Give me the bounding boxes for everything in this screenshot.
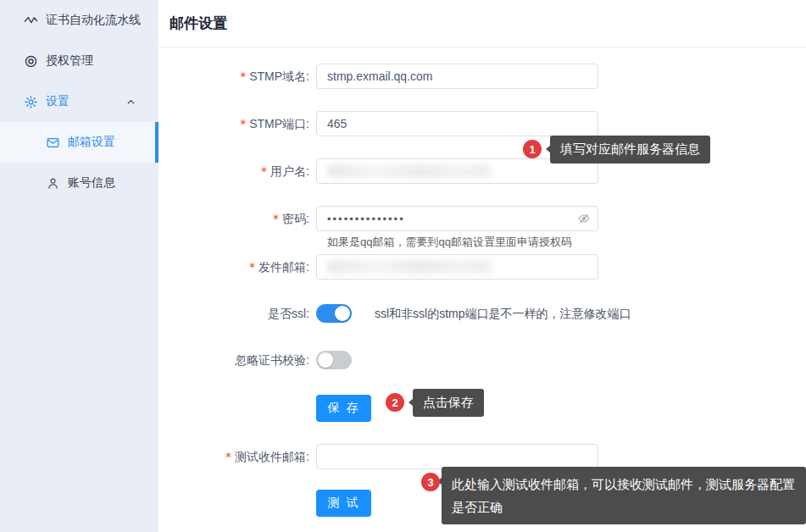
field-label: 忽略证书校验: — [158, 351, 316, 369]
sidebar-item-label: 邮箱设置 — [68, 135, 115, 150]
field-label: *用户名: — [158, 158, 316, 184]
form-row-password: *密码: 如果是qq邮箱，需要到qq邮箱设置里面申请授权码 — [158, 206, 806, 250]
field-label: *STMP端口: — [158, 111, 316, 136]
sidebar-item-label: 授权管理 — [46, 53, 93, 69]
step-tooltip-2: 点击保存 — [413, 389, 484, 417]
toggle-knob — [318, 352, 333, 368]
form-row-ignore-cert: 忽略证书校验: — [158, 351, 806, 369]
ssl-hint: ssl和非ssl的stmp端口是不一样的，注意修改端口 — [375, 304, 631, 323]
sidebar-item-label: 设置 — [46, 94, 69, 109]
step-tooltip-1: 填写对应邮件服务器信息 — [550, 136, 710, 163]
test-button[interactable]: 测 试 — [316, 490, 371, 517]
form-row-ssl: 是否ssl: ssl和非ssl的stmp端口是不一样的，注意修改端口 — [158, 304, 806, 323]
field-label: *发件邮箱: — [158, 254, 316, 280]
form-row-smtp-domain: *STMP域名: — [158, 64, 806, 89]
mail-settings-form: *STMP域名: *STMP端口: *用户名: *密码: — [158, 47, 806, 517]
page-title: 邮件设置 — [170, 14, 227, 33]
gear-icon — [24, 95, 38, 109]
sidebar-item-settings[interactable]: 设置 — [0, 81, 158, 122]
step-tooltip-3: 此处输入测试收件邮箱，可以接收测试邮件，测试服务器配置是否正确 — [442, 467, 806, 524]
password-input[interactable] — [316, 206, 598, 231]
step-badge-3: 3 — [421, 473, 440, 491]
test-recipient-input[interactable] — [316, 444, 598, 469]
sidebar: 证书自动化流水线 授权管理 设置 邮箱设置 — [0, 0, 158, 532]
step-badge-2: 2 — [386, 393, 404, 412]
label-spacer — [158, 395, 316, 422]
form-row-test-recipient: *测试收件邮箱: — [158, 444, 806, 469]
app-root: 证书自动化流水线 授权管理 设置 邮箱设置 — [0, 0, 806, 532]
ssl-toggle[interactable] — [316, 304, 352, 323]
smtp-port-input[interactable] — [316, 111, 598, 136]
step-badge-1: 1 — [523, 140, 542, 158]
sidebar-item-account-info[interactable]: 账号信息 — [0, 163, 158, 203]
user-icon — [46, 176, 60, 191]
sidebar-item-mailbox-settings[interactable]: 邮箱设置 — [0, 122, 158, 163]
field-label: *STMP域名: — [158, 64, 316, 89]
main-content: 邮件设置 *STMP域名: *STMP端口: *用户名: — [158, 0, 806, 532]
field-label: *密码: — [158, 206, 316, 250]
ignore-cert-toggle[interactable] — [316, 351, 352, 369]
mail-icon — [46, 136, 60, 150]
sidebar-item-auth[interactable]: 授权管理 — [0, 41, 158, 81]
label-spacer — [158, 490, 316, 517]
form-row-sender-email: *发件邮箱: — [158, 254, 806, 280]
sidebar-item-pipeline[interactable]: 证书自动化流水线 — [0, 0, 158, 41]
eye-off-icon[interactable] — [577, 212, 591, 225]
page-header: 邮件设置 — [158, 0, 806, 47]
save-button[interactable]: 保 存 — [316, 395, 371, 422]
toggle-knob — [335, 306, 350, 321]
activity-icon — [24, 14, 38, 28]
field-label: 是否ssl: — [158, 304, 316, 323]
smtp-domain-input[interactable] — [316, 64, 598, 89]
sidebar-item-label: 证书自动化流水线 — [46, 13, 141, 28]
field-label: *测试收件邮箱: — [158, 444, 316, 469]
password-hint: 如果是qq邮箱，需要到qq邮箱设置里面申请授权码 — [327, 235, 598, 250]
sidebar-item-label: 账号信息 — [68, 175, 115, 191]
chevron-up-icon[interactable] — [125, 97, 136, 108]
form-row-smtp-port: *STMP端口: — [158, 111, 806, 136]
sender-email-input[interactable] — [316, 254, 598, 280]
target-icon — [24, 54, 38, 69]
